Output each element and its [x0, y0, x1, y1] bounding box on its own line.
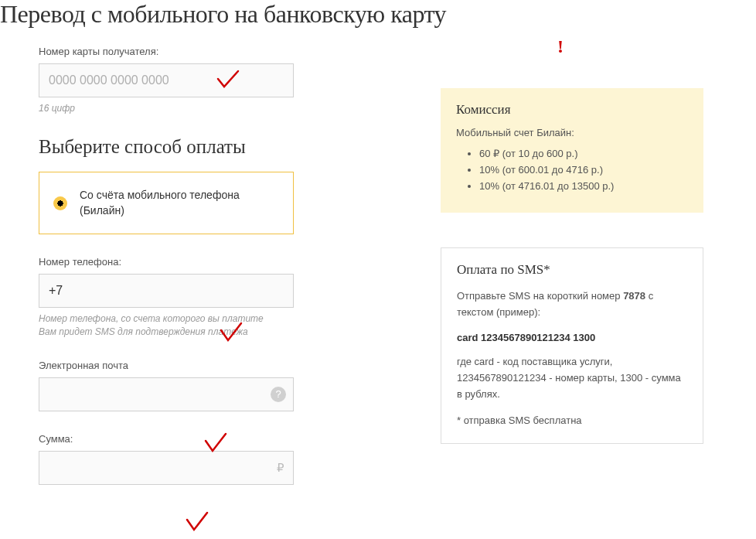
- card-label: Номер карты получателя:: [39, 46, 417, 57]
- info-column: Комиссия Мобильный счет Билайн: 60 ₽ (от…: [441, 46, 703, 485]
- commission-item: 60 ₽ (от 10 до 600 р.): [479, 146, 688, 162]
- commission-item: 10% (от 4716.01 до 13500 р.): [479, 179, 688, 195]
- payment-option-mobile[interactable]: Со счёта мобильного телефона (Билайн): [39, 172, 294, 234]
- payment-method-title: Выберите способ оплаты: [39, 136, 417, 158]
- sms-note: * отправка SMS бесплатна: [457, 413, 687, 429]
- page-title: Перевод с мобильного на банковскую карту: [0, 0, 756, 29]
- phone-label: Номер телефона:: [39, 256, 417, 268]
- sms-panel: Оплата по SMS* Отправьте SMS на короткий…: [441, 247, 703, 444]
- card-hint: 16 цифр: [39, 102, 417, 114]
- commission-list: 60 ₽ (от 10 до 600 р.) 10% (от 600.01 до…: [456, 146, 688, 194]
- commission-panel: Комиссия Мобильный счет Билайн: 60 ₽ (от…: [441, 88, 703, 213]
- commission-subtitle: Мобильный счет Билайн:: [456, 127, 688, 138]
- sms-short-number: 7878: [623, 290, 645, 302]
- payment-option-label: Со счёта мобильного телефона (Билайн): [80, 188, 279, 218]
- annotation-check-icon: [184, 510, 210, 539]
- phone-input[interactable]: [39, 274, 294, 308]
- sms-example: card 1234567890121234 1300: [457, 332, 687, 343]
- sum-label: Сумма:: [39, 433, 417, 445]
- commission-title: Комиссия: [456, 102, 688, 118]
- phone-hint: Номер телефона, со счета которого вы пла…: [39, 312, 417, 337]
- email-input[interactable]: [39, 377, 294, 411]
- sms-explain: где card - код поставщика услуги, 123456…: [457, 354, 687, 402]
- sms-intro: Отправьте SMS на короткий номер 7878 с т…: [457, 288, 687, 321]
- sum-input[interactable]: [39, 451, 294, 485]
- radio-selected-icon: [53, 196, 67, 210]
- form-column: Номер карты получателя: 16 цифр Выберите…: [39, 46, 441, 485]
- sms-title: Оплата по SMS*: [457, 262, 687, 278]
- help-icon[interactable]: ?: [271, 387, 286, 402]
- email-label: Электронная почта: [39, 360, 417, 371]
- card-number-input[interactable]: [39, 63, 294, 97]
- commission-item: 10% (от 600.01 до 4716 р.): [479, 162, 688, 179]
- currency-icon: ₽: [277, 461, 284, 475]
